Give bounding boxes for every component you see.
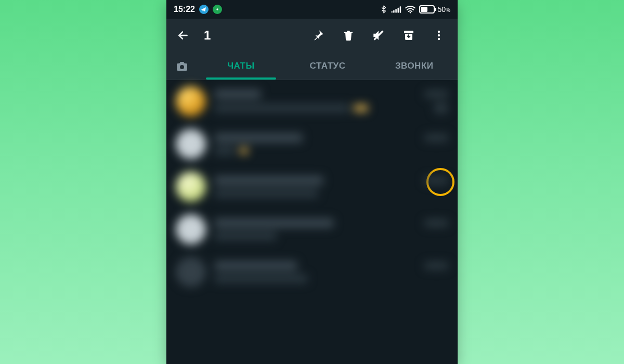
- status-bar: 15:22: [166, 0, 458, 19]
- more-options-button[interactable]: [426, 23, 451, 48]
- battery-percent: 50%: [438, 5, 450, 14]
- camera-icon: [175, 60, 189, 72]
- chat-row[interactable]: [166, 80, 458, 123]
- svg-rect-7: [404, 31, 413, 33]
- clock: 15:22: [174, 5, 195, 14]
- avatar: [176, 86, 206, 116]
- archive-button[interactable]: [396, 23, 421, 48]
- status-bar-left: 15:22: [174, 5, 222, 14]
- delete-button[interactable]: [336, 23, 361, 48]
- svg-point-1: [391, 11, 393, 13]
- camera-tab[interactable]: [166, 52, 198, 80]
- svg-rect-5: [399, 6, 401, 13]
- archive-icon: [402, 29, 415, 42]
- battery-icon: [419, 5, 435, 14]
- status-bar-right: 50%: [380, 5, 450, 14]
- back-button[interactable]: [171, 23, 196, 48]
- wifi-icon: [405, 5, 416, 14]
- svg-rect-3: [395, 9, 397, 13]
- chat-list-blurred: [166, 80, 458, 364]
- bluetooth-icon: [380, 5, 388, 14]
- svg-rect-4: [397, 8, 399, 13]
- signal-icon: [391, 5, 401, 14]
- app-notification-icon: [213, 5, 222, 14]
- avatar: [176, 129, 206, 159]
- svg-rect-2: [393, 10, 395, 13]
- svg-point-10: [438, 38, 440, 40]
- tab-chats[interactable]: ЧАТЫ: [198, 52, 284, 80]
- pin-button[interactable]: [306, 23, 331, 48]
- svg-point-9: [438, 34, 440, 36]
- chat-row[interactable]: [166, 165, 458, 208]
- svg-point-11: [180, 65, 184, 69]
- avatar: [176, 214, 206, 244]
- selection-count: 1: [204, 28, 211, 43]
- phone-frame: 15:22: [166, 0, 458, 364]
- tab-bar: ЧАТЫ СТАТУС ЗВОНКИ: [166, 52, 458, 80]
- chat-row[interactable]: [166, 208, 458, 251]
- svg-point-8: [438, 31, 440, 33]
- mute-icon: [372, 29, 385, 42]
- avatar: [176, 172, 206, 202]
- chat-row[interactable]: [166, 251, 458, 293]
- pin-icon: [311, 29, 325, 42]
- more-vertical-icon: [433, 29, 445, 42]
- trash-icon: [342, 29, 355, 42]
- svg-point-0: [216, 8, 218, 10]
- svg-point-6: [409, 12, 410, 13]
- telegram-notification-icon: [199, 5, 209, 14]
- mute-button[interactable]: [366, 23, 391, 48]
- avatar: [176, 257, 206, 287]
- chat-row[interactable]: [166, 123, 458, 165]
- selection-toolbar: 1: [166, 19, 458, 52]
- tab-calls[interactable]: ЗВОНКИ: [371, 52, 458, 80]
- tab-status[interactable]: СТАТУС: [284, 52, 371, 80]
